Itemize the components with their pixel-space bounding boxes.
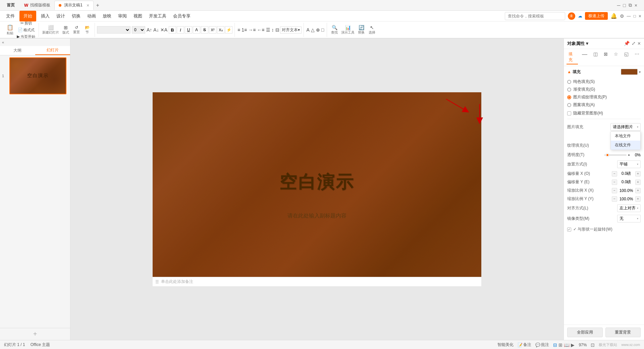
underline-button[interactable]: U [185,26,192,34]
search-input[interactable] [505,12,565,20]
scale-x-plus[interactable]: + [635,188,641,193]
more-tab-icon[interactable]: ⋯ [633,50,641,64]
note-area[interactable]: ☰ 单击此处添加备注 [153,277,481,286]
beauty-button[interactable]: 智能美化 [497,342,514,348]
solid-fill-option[interactable]: 纯色填充(S) [567,79,641,85]
shadow-button[interactable]: ⚡ [225,26,232,34]
bullet-list-icon[interactable]: ≡ [237,27,240,33]
line-tab-icon[interactable]: — [580,50,589,64]
paste-button[interactable]: 📋 粘贴 [5,23,15,36]
superscript-button[interactable]: X² [209,26,216,34]
zoom-fit-icon[interactable]: ⊡ [591,342,595,348]
fill-color-dropdown-arrow[interactable]: ▾ [639,70,641,74]
slide-title[interactable]: 空白演示 [279,170,355,194]
window-min-icon[interactable]: — [627,14,631,18]
subscript-button[interactable]: X₂ [217,26,224,34]
upload-button[interactable]: 极速上传 [585,12,608,20]
fill-tab-icon[interactable]: 填充 [567,50,578,64]
replace-button[interactable]: 🔄 替换 [356,23,367,36]
slides-tab[interactable]: 幻灯片 [35,46,70,55]
indent-increase-icon[interactable]: →≡ [248,27,256,33]
align-text-icon[interactable]: ☰ [266,27,270,33]
3d-tab-icon[interactable]: ◱ [622,50,631,64]
settings-icon[interactable]: ⚙ [620,13,624,19]
italic-button[interactable]: I [177,26,184,34]
gradient-fill-radio[interactable] [567,88,571,92]
rotate-with-row[interactable]: ✓ ✓ 与形状一起旋转(W) [567,225,641,234]
scale-y-plus[interactable]: + [635,196,641,202]
reflection-tab-icon[interactable]: ⊠ [602,50,610,64]
image-fill-select[interactable]: 请选择图片 ▾ [610,123,641,131]
strikethrough-button[interactable]: S [201,26,208,34]
offset-y-minus[interactable]: − [612,180,617,185]
offset-x-plus[interactable]: + [635,171,641,177]
bold-button[interactable]: B [169,26,176,34]
reading-view-icon[interactable]: 📖 [564,342,570,348]
ribbon-tab-member[interactable]: 会员专享 [170,11,194,21]
present-button[interactable]: 📊 演示工具 [340,23,356,36]
apply-all-button[interactable]: 全部应用 [567,328,603,337]
minimize-icon[interactable]: ─ [617,3,620,8]
ribbon-tab-file[interactable]: 文件 [3,11,18,21]
ribbon-tab-start[interactable]: 开始 [19,11,36,21]
pattern-fill-option[interactable]: 图案填充(A) [567,102,641,108]
arrange-icon[interactable]: ⊕ [316,27,320,33]
picture-fill-option[interactable]: 图片或纹理填充(P) [567,94,641,100]
fill-color-preview[interactable] [621,69,638,75]
notes-button[interactable]: 📝 备注 [518,342,531,348]
normal-view-icon[interactable]: ⊟ [553,342,557,348]
picture-fill-radio[interactable] [567,95,571,99]
align-text-btn[interactable]: 对齐文本▾ [280,27,302,34]
panel-collapse-button[interactable]: « [2,40,4,44]
outline-tab[interactable]: 大纲 [0,46,35,55]
panel-expand-icon[interactable]: ⤢ [632,41,636,47]
format-button[interactable]: 📄 格式式 [15,27,37,33]
tab-template[interactable]: W 找模版模板 [20,1,54,10]
bell-icon[interactable]: 🔔 [610,13,617,19]
tab-doc1[interactable]: 演示文稿1 × [54,1,94,10]
section-button[interactable]: 📂 节 [82,23,93,36]
pattern-fill-radio[interactable] [567,103,571,107]
comments-button[interactable]: 💬 批注 [535,342,549,348]
tab-add-button[interactable]: + [94,1,102,9]
find-button[interactable]: 🔍 查找 [329,23,340,36]
slide-sorter-icon[interactable]: ⊞ [558,342,562,348]
ribbon-tab-view[interactable]: 视图 [130,11,146,21]
align-object-icon[interactable]: ⊟ [275,27,279,33]
rotate-with-checkbox[interactable]: ✓ [567,228,571,232]
add-slide-area[interactable]: + [0,328,70,340]
hide-bg-checkbox[interactable] [567,111,571,115]
shadow-tab-icon[interactable]: ◫ [591,50,600,64]
panel-close-icon[interactable]: × [638,41,641,47]
fill-collapse-icon[interactable]: ▲ [567,69,571,74]
gradient-fill-option[interactable]: 渐变填充(G) [567,87,641,92]
panel-pin-icon[interactable]: 📌 [624,41,630,47]
local-file-option[interactable]: 本地文件 [611,132,640,141]
layout-button[interactable]: ⊞ 版式 [60,23,71,36]
font-size-select[interactable]: 0 [132,26,145,34]
solid-fill-radio[interactable] [567,80,571,84]
placement-select[interactable]: 平铺 ▾ [617,160,641,168]
ribbon-tab-review[interactable]: 审阅 [115,11,130,21]
maximize-icon[interactable]: ⧉ [629,2,632,8]
ribbon-tab-animation[interactable]: 动画 [84,11,99,21]
cut-button[interactable]: ✂ 剪切 [15,21,37,26]
font-family-select[interactable] [97,26,130,34]
select-button[interactable]: ↖ 选择 [367,23,377,36]
ribbon-tab-design[interactable]: 设计 [53,11,68,21]
increase-font-icon[interactable]: A↑ [147,27,152,33]
line-spacing-icon[interactable]: ↕ [272,27,274,33]
window-close-icon[interactable]: × [639,13,641,19]
reset-bg-button[interactable]: 重置背景 [605,328,641,337]
indent-decrease-icon[interactable]: ←≡ [257,27,264,33]
tab-close-icon[interactable]: × [87,3,89,8]
slide-canvas[interactable]: 空白演示 请在此处输入副标题内容 [153,92,481,277]
scale-y-minus[interactable]: − [612,196,617,202]
ribbon-tab-developer[interactable]: 开发工具 [146,11,170,21]
restore-icon[interactable]: □ [623,3,626,8]
text-button[interactable]: A [193,26,200,34]
tab-home[interactable]: 首页 [3,1,19,10]
play-current-button[interactable]: ▶ 当页开始 [15,34,37,38]
offset-x-minus[interactable]: − [612,171,617,177]
canvas-area[interactable]: 空白演示 请在此处输入副标题内容 ☰ 单击此处添加备注 [70,39,564,340]
